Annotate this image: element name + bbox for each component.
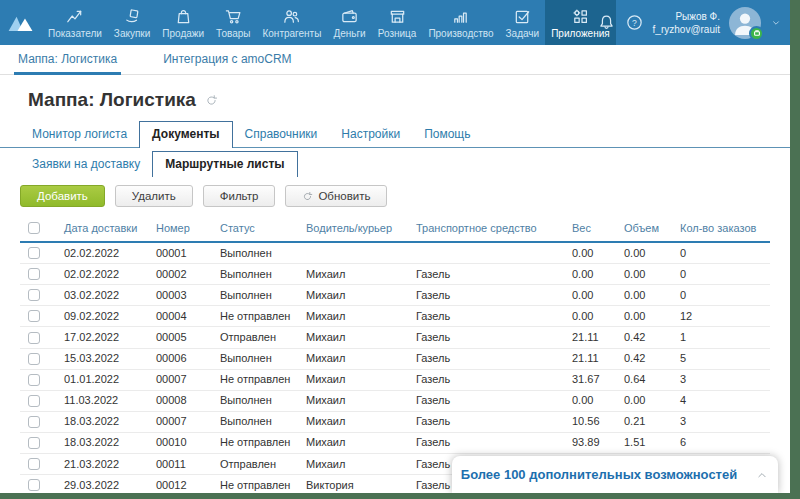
table-row[interactable]: 02.02.202200001Выполнен0.000.000 xyxy=(20,242,770,264)
row-checkbox[interactable] xyxy=(28,310,40,322)
main-nav: ПоказателиЗакупкиПродажиТоварыКонтрагент… xyxy=(42,0,593,45)
table-cell: Газель xyxy=(408,369,564,390)
table-cell: Михаил xyxy=(298,285,408,306)
column-header[interactable]: Транспортное средство xyxy=(408,216,564,242)
notifications-bell-icon[interactable] xyxy=(597,13,616,32)
row-checkbox[interactable] xyxy=(28,437,40,449)
add-button[interactable]: Добавить xyxy=(20,185,105,207)
table-row[interactable]: 01.01.202200007Не отправленМихаилГазель3… xyxy=(20,369,770,390)
column-header[interactable]: Водитель/курьер xyxy=(298,216,408,242)
row-checkbox[interactable] xyxy=(28,416,40,428)
table-row[interactable]: 03.02.202200003ВыполненМихаилГазель0.000… xyxy=(20,285,770,306)
nav-item-cart[interactable]: Товары xyxy=(210,0,256,45)
row-checkbox[interactable] xyxy=(28,479,40,491)
table-cell: Михаил xyxy=(298,264,408,285)
table-cell: 11.03.2022 xyxy=(56,390,148,411)
table-cell: Газель xyxy=(408,432,564,453)
table-header: Дата доставкиНомерСтатусВодитель/курьерТ… xyxy=(20,216,770,242)
column-header[interactable]: Номер xyxy=(148,216,212,242)
column-header[interactable]: Статус xyxy=(212,216,298,242)
row-checkbox[interactable] xyxy=(28,332,40,344)
tab-2[interactable]: Документы xyxy=(139,121,232,148)
column-header[interactable]: Объем xyxy=(616,216,672,242)
table-cell: 21.03.2022 xyxy=(56,454,148,475)
help-icon[interactable]: ? xyxy=(625,13,644,32)
subtab-1[interactable]: Заявки на доставку xyxy=(20,152,152,177)
toolbar: Добавить Удалить Фильтр Обновить xyxy=(0,177,790,216)
refresh-icon xyxy=(302,191,313,202)
app-window: ПоказателиЗакупкиПродажиТоварыКонтрагент… xyxy=(0,0,800,499)
table-cell: 18.03.2022 xyxy=(56,432,148,453)
row-select-cell xyxy=(20,242,56,264)
table-cell: 3 xyxy=(672,369,770,390)
table-row[interactable]: 02.02.202200002ВыполненМихаилГазель0.000… xyxy=(20,264,770,285)
table-cell: 00001 xyxy=(148,242,212,264)
row-checkbox[interactable] xyxy=(28,353,40,365)
table-cell: 09.02.2022 xyxy=(56,306,148,327)
refresh-page-icon[interactable] xyxy=(205,94,218,107)
tab-5[interactable]: Помощь xyxy=(412,122,482,147)
subtab-2[interactable]: Маршрутные листы xyxy=(152,151,297,177)
table-cell: 0.00 xyxy=(564,242,616,264)
select-all-checkbox[interactable] xyxy=(28,222,40,234)
table-cell: Выполнен xyxy=(212,264,298,285)
user-menu[interactable]: Рыжов Ф. f_ryzhov@rauit xyxy=(653,10,720,36)
table-cell: 00005 xyxy=(148,327,212,348)
table-row[interactable]: 15.03.202200006ВыполненМихаилГазель21.11… xyxy=(20,348,770,369)
row-checkbox[interactable] xyxy=(28,247,40,259)
avatar[interactable] xyxy=(729,7,761,39)
nav-item-wallet[interactable]: Деньги xyxy=(327,0,371,45)
row-checkbox[interactable] xyxy=(28,268,40,280)
tab-1[interactable]: Монитор логиста xyxy=(20,122,139,147)
table-cell: 0 xyxy=(672,242,770,264)
table-cell: 0.00 xyxy=(564,264,616,285)
table-cell: Выполнен xyxy=(212,285,298,306)
row-checkbox[interactable] xyxy=(28,289,40,301)
table-row[interactable]: 18.03.202200007ВыполненМихаилГазель10.56… xyxy=(20,411,770,432)
table-cell: Выполнен xyxy=(212,242,298,264)
app-tab-1[interactable]: Маппа: Логистика xyxy=(12,46,123,74)
table-cell: Михаил xyxy=(298,348,408,369)
table-cell: 00007 xyxy=(148,369,212,390)
column-header[interactable]: Кол-во заказов xyxy=(672,216,770,242)
page-title-row: Маппа: Логистика xyxy=(0,75,790,121)
svg-text:?: ? xyxy=(632,18,637,28)
user-email: f_ryzhov@rauit xyxy=(653,23,720,36)
delete-button[interactable]: Удалить xyxy=(115,185,193,207)
table-cell: Газель xyxy=(408,285,564,306)
filter-button[interactable]: Фильтр xyxy=(203,185,276,207)
nav-item-store[interactable]: Розница xyxy=(372,0,423,45)
table-cell: Газель xyxy=(408,264,564,285)
chevron-up-icon[interactable] xyxy=(755,468,769,482)
nav-item-label: Продажи xyxy=(162,28,204,39)
tab-3[interactable]: Справочники xyxy=(233,122,330,147)
wallet-icon xyxy=(340,7,359,26)
row-checkbox[interactable] xyxy=(28,395,40,407)
promo-banner[interactable]: Более 100 дополнительных возможностей xyxy=(452,456,778,493)
table-cell: Михаил xyxy=(298,411,408,432)
table-cell: 00010 xyxy=(148,432,212,453)
tab-4[interactable]: Настройки xyxy=(329,122,412,147)
nav-item-sales-bag[interactable]: Продажи xyxy=(156,0,210,45)
people-icon xyxy=(282,7,301,26)
nav-item-factory[interactable]: Производство xyxy=(422,0,499,45)
refresh-button[interactable]: Обновить xyxy=(285,185,387,207)
nav-item-chart-line[interactable]: Показатели xyxy=(42,0,108,45)
nav-item-tasks[interactable]: Задачи xyxy=(500,0,546,45)
user-name: Рыжов Ф. xyxy=(653,10,720,23)
table-row[interactable]: 18.03.202200010Не отправленМихаилГазель9… xyxy=(20,432,770,453)
nav-item-purchases[interactable]: Закупки xyxy=(108,0,156,45)
app-tab-2[interactable]: Интеграция с amoCRM xyxy=(157,46,297,74)
row-checkbox[interactable] xyxy=(28,458,40,470)
table-row[interactable]: 11.03.202200008ВыполненМихаилГазель0.000… xyxy=(20,390,770,411)
column-header[interactable]: Дата доставки xyxy=(56,216,148,242)
chevron-down-icon[interactable] xyxy=(770,17,782,29)
column-header[interactable]: Вес xyxy=(564,216,616,242)
table-cell: 0 xyxy=(672,264,770,285)
row-checkbox[interactable] xyxy=(28,374,40,386)
app-logo[interactable] xyxy=(0,0,42,45)
nav-item-people[interactable]: Контрагенты xyxy=(256,0,327,45)
table-row[interactable]: 09.02.202200004Не отправленМихаилГазель0… xyxy=(20,306,770,327)
table-row[interactable]: 17.02.202200005ОтправленМихаилГазель21.1… xyxy=(20,327,770,348)
nav-item-label: Контрагенты xyxy=(262,28,321,39)
